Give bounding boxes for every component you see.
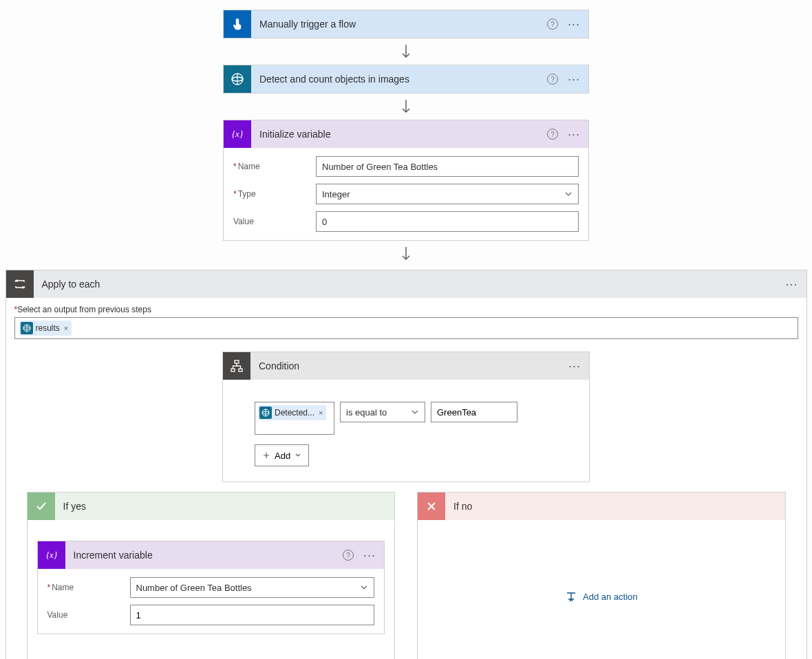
name-label: Name bbox=[47, 583, 130, 592]
ai-action-header[interactable]: Detect and count objects in images ? ··· bbox=[224, 65, 588, 93]
cross-icon bbox=[418, 493, 445, 520]
increment-variable-body: Name Number of Green Tea Bottles bbox=[38, 569, 385, 634]
checkmark-icon bbox=[28, 493, 55, 520]
if-no-branch: If no Add an action bbox=[417, 492, 786, 659]
increment-variable-card[interactable]: {x} Increment variable ? ··· bbox=[37, 541, 385, 634]
more-icon[interactable]: ··· bbox=[568, 18, 580, 30]
help-icon[interactable]: ? bbox=[547, 74, 558, 85]
name-label: Name bbox=[233, 162, 316, 171]
if-yes-header[interactable]: If yes bbox=[28, 493, 395, 520]
variable-icon: {x} bbox=[224, 120, 251, 148]
condition-branches: If yes {x} Increment variable bbox=[14, 492, 798, 659]
arrow-icon bbox=[398, 43, 414, 61]
add-condition-button[interactable]: Add bbox=[255, 444, 309, 466]
if-yes-title: If yes bbox=[55, 501, 388, 512]
increment-variable-header[interactable]: {x} Increment variable ? ··· bbox=[38, 541, 385, 569]
ai-builder-icon bbox=[21, 322, 33, 334]
help-icon[interactable]: ? bbox=[547, 19, 558, 30]
svg-text:{x}: {x} bbox=[45, 550, 57, 560]
more-icon[interactable]: ··· bbox=[363, 549, 376, 561]
output-token-input[interactable]: results × bbox=[14, 317, 798, 339]
value-label: Value bbox=[47, 610, 130, 620]
trigger-header[interactable]: Manually trigger a flow ? ··· bbox=[224, 10, 588, 38]
init-variable-body: Name Type Integer Value bbox=[224, 148, 588, 240]
init-variable-header[interactable]: {x} Initialize variable ? ··· bbox=[224, 120, 588, 148]
help-icon[interactable]: ? bbox=[343, 550, 354, 561]
add-action-icon bbox=[565, 590, 577, 603]
type-select[interactable]: Integer bbox=[316, 184, 579, 204]
results-token[interactable]: results × bbox=[19, 321, 72, 336]
help-icon[interactable]: ? bbox=[547, 129, 558, 140]
remove-token-icon[interactable]: × bbox=[64, 324, 68, 332]
ai-action-title: Detect and count objects in images bbox=[251, 74, 547, 85]
manual-trigger-icon bbox=[224, 10, 251, 38]
more-icon[interactable]: ··· bbox=[568, 73, 580, 85]
apply-to-each-title: Apply to each bbox=[34, 279, 786, 290]
chevron-down-icon bbox=[295, 452, 301, 459]
condition-body: Detected... × is equal to bbox=[223, 380, 589, 482]
chevron-down-icon bbox=[411, 408, 419, 416]
init-variable-title: Initialize variable bbox=[251, 129, 547, 140]
condition-operator-select[interactable]: is equal to bbox=[340, 402, 425, 422]
svg-text:{x}: {x} bbox=[232, 129, 244, 139]
apply-to-each-body: *Select an output from previous steps re… bbox=[6, 298, 806, 659]
name-select[interactable]: Number of Green Tea Bottles bbox=[130, 577, 375, 598]
svg-rect-5 bbox=[239, 369, 242, 371]
ai-builder-icon bbox=[224, 65, 251, 93]
value-label: Value bbox=[233, 217, 316, 226]
value-input[interactable] bbox=[316, 211, 579, 232]
name-input[interactable] bbox=[316, 156, 579, 177]
increment-variable-title: Increment variable bbox=[65, 550, 343, 561]
ai-action-card[interactable]: Detect and count objects in images ? ··· bbox=[223, 65, 589, 94]
if-no-header[interactable]: If no bbox=[418, 493, 785, 520]
trigger-card[interactable]: Manually trigger a flow ? ··· bbox=[223, 10, 589, 39]
more-icon[interactable]: ··· bbox=[568, 360, 581, 372]
init-variable-card[interactable]: {x} Initialize variable ? ··· Name Type … bbox=[223, 120, 589, 241]
apply-to-each-header[interactable]: Apply to each ··· bbox=[6, 270, 806, 298]
arrow-icon bbox=[398, 98, 414, 116]
variable-icon: {x} bbox=[38, 541, 65, 569]
remove-token-icon[interactable]: × bbox=[319, 409, 323, 417]
output-label: *Select an output from previous steps bbox=[14, 305, 798, 314]
svg-rect-3 bbox=[235, 360, 239, 363]
condition-header[interactable]: Condition ··· bbox=[223, 352, 589, 380]
if-yes-body: {x} Increment variable ? ··· bbox=[28, 520, 395, 659]
plus-icon bbox=[262, 451, 270, 460]
type-label: Type bbox=[233, 189, 316, 199]
condition-title: Condition bbox=[250, 360, 568, 371]
if-yes-branch: If yes {x} Increment variable bbox=[27, 492, 396, 659]
condition-left-input[interactable]: Detected... × bbox=[255, 402, 334, 435]
arrow-icon bbox=[398, 245, 414, 263]
chevron-down-icon bbox=[360, 583, 368, 592]
more-icon[interactable]: ··· bbox=[785, 278, 798, 290]
loop-icon bbox=[6, 270, 34, 298]
condition-icon bbox=[223, 352, 250, 380]
condition-card[interactable]: Condition ··· Detected... bbox=[222, 352, 590, 482]
ai-builder-icon bbox=[259, 407, 272, 419]
if-no-title: If no bbox=[445, 501, 778, 512]
add-action-button[interactable]: Add an action bbox=[565, 590, 638, 603]
if-no-body: Add an action bbox=[418, 520, 785, 612]
more-icon[interactable]: ··· bbox=[568, 128, 580, 140]
trigger-title: Manually trigger a flow bbox=[251, 19, 547, 30]
apply-to-each-card[interactable]: Apply to each ··· *Select an output from… bbox=[6, 270, 807, 659]
flow-designer: Manually trigger a flow ? ··· Detect and… bbox=[0, 0, 812, 267]
chevron-down-icon bbox=[564, 190, 573, 198]
condition-right-input[interactable] bbox=[431, 402, 517, 422]
value-input[interactable] bbox=[130, 605, 375, 625]
detected-token[interactable]: Detected... × bbox=[258, 405, 326, 420]
svg-rect-4 bbox=[231, 369, 235, 371]
